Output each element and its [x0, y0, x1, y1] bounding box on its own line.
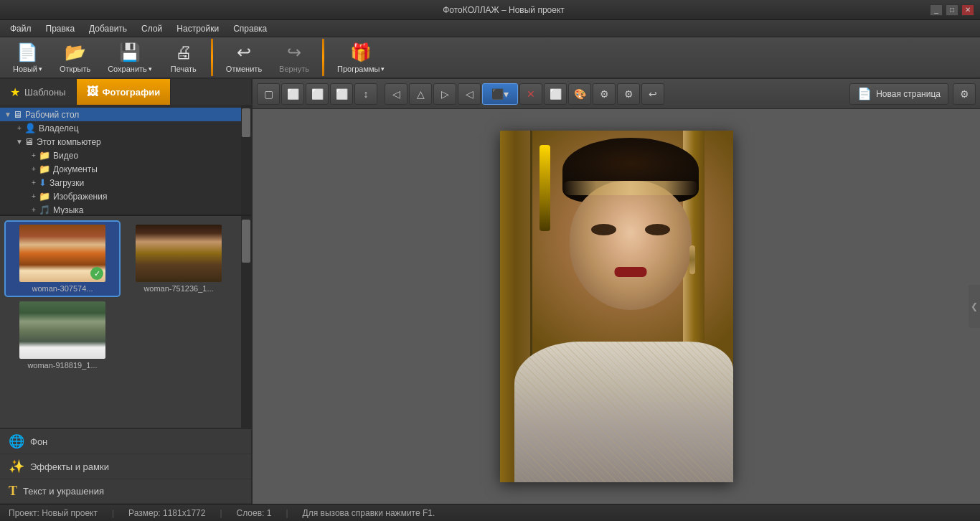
- tool-move[interactable]: ⬜: [281, 83, 304, 105]
- left-panel: ★ Шаблоны 🖼 Фотографии ▼ 🖥 Рабочий стол: [0, 79, 253, 504]
- save-button[interactable]: 💾 Сохранить ▾: [100, 39, 159, 76]
- right-eye: [645, 224, 670, 235]
- status-sep-1: |: [112, 508, 114, 518]
- tool-fit[interactable]: ⬛▾: [482, 83, 518, 105]
- photo-item-3[interactable]: woman-918819_1...: [6, 299, 119, 372]
- save-label: Сохранить: [108, 65, 147, 73]
- photos-scrolltrack: [241, 216, 251, 428]
- tool-crop[interactable]: ⬜: [306, 83, 329, 105]
- tree-item-music[interactable]: + 🎵 Музыка: [0, 203, 241, 216]
- status-bar: Проект: Новый проект | Размер: 1181x1772…: [0, 504, 980, 521]
- effects-label: Эффекты и рамки: [30, 461, 109, 472]
- tool-extra[interactable]: ↩: [641, 83, 664, 105]
- undo-label: Отменить: [226, 65, 262, 73]
- music-icon: 🎵: [39, 205, 50, 215]
- text-label: Текст и украшения: [23, 486, 104, 497]
- main-area: ★ Шаблоны 🖼 Фотографии ▼ 🖥 Рабочий стол: [0, 79, 980, 504]
- programs-button[interactable]: 🎁 Программы ▾: [330, 39, 392, 76]
- star-icon: ★: [10, 85, 20, 99]
- programs-dropdown-arrow: ▾: [381, 65, 385, 72]
- tool-flip-h[interactable]: ↕: [354, 83, 377, 105]
- menu-help[interactable]: Справка: [226, 22, 274, 35]
- tool-delete[interactable]: ✕: [519, 83, 542, 105]
- minimize-button[interactable]: _: [930, 4, 943, 16]
- tree-item-video[interactable]: + 📁 Видео: [0, 149, 241, 162]
- open-label: Открыть: [60, 65, 90, 73]
- tab-photos[interactable]: 🖼 Фотографии: [77, 79, 171, 105]
- tool-adjust[interactable]: ⚙: [593, 83, 616, 105]
- photos-scrollthumb[interactable]: [242, 220, 250, 263]
- docs-icon: 📁: [39, 164, 50, 174]
- photo-item-2[interactable]: woman-751236_1...: [122, 222, 235, 296]
- file-tree-scrolltrack: [241, 105, 251, 215]
- tree-label-owner: Владелец: [39, 123, 79, 133]
- tool-flip-v[interactable]: ◁: [458, 83, 481, 105]
- tool-align-right[interactable]: ▷: [433, 83, 456, 105]
- status-project: Проект: Новый проект: [9, 508, 98, 518]
- new-label: Новый: [13, 65, 37, 73]
- open-button[interactable]: 📂 Открыть: [52, 39, 98, 76]
- title-bar: ФотоКОЛЛАЖ – Новый проект _ □ ✕: [0, 0, 980, 20]
- toolbar-separator-2: [322, 39, 324, 76]
- menu-add[interactable]: Добавить: [82, 22, 134, 35]
- tree-item-desktop[interactable]: ▼ 🖥 Рабочий стол: [0, 108, 241, 121]
- tree-item-docs[interactable]: + 📁 Документы: [0, 162, 241, 176]
- panel-text[interactable]: T Текст и украшения: [0, 479, 251, 504]
- background-icon: 🌐: [9, 433, 24, 449]
- new-button[interactable]: 📄 Новый ▾: [6, 39, 50, 76]
- menu-layer[interactable]: Слой: [134, 22, 169, 35]
- tool-group-left: ▢ ⬜ ⬜ ⬜ ↕ ◁ △ ▷ ◁ ⬛▾ ✕ ⬜ 🎨 ⚙ ⚙ ↩: [257, 83, 664, 105]
- menu-file[interactable]: Файл: [3, 22, 39, 35]
- panel-background[interactable]: 🌐 Фон: [0, 429, 251, 454]
- new-page-button[interactable]: 📄 Новая страница: [849, 83, 948, 105]
- panel-tabs: ★ Шаблоны 🖼 Фотографии: [0, 79, 251, 105]
- tree-toggle-owner: +: [14, 124, 24, 132]
- panel-effects[interactable]: ✨ Эффекты и рамки: [0, 454, 251, 479]
- tree-item-mypc[interactable]: ▼ 🖥 Этот компьютер: [0, 135, 241, 149]
- tool-align-left[interactable]: ◁: [385, 83, 407, 105]
- undo-button[interactable]: ↩ Отменить: [219, 39, 269, 76]
- photo-tab-icon: 🖼: [87, 85, 98, 98]
- tool-select[interactable]: ▢: [257, 83, 280, 105]
- tree-label-downloads: Загрузки: [50, 178, 84, 188]
- canvas-container[interactable]: ❮: [253, 109, 980, 504]
- tab-templates[interactable]: ★ Шаблоны: [0, 79, 77, 105]
- tool-settings[interactable]: ⚙: [617, 83, 640, 105]
- status-sep-3: |: [286, 508, 288, 518]
- file-tree-scrollthumb[interactable]: [242, 108, 250, 137]
- bottom-panels: 🌐 Фон ✨ Эффекты и рамки T Текст и украше…: [0, 428, 251, 504]
- redo-button[interactable]: ↪ Вернуть: [272, 39, 316, 76]
- tool-page-settings[interactable]: ⚙: [953, 83, 976, 105]
- tree-label-mypc: Этот компьютер: [37, 137, 101, 147]
- photos-wrapper: ✓ woman-307574... woman-751236_1... woma…: [0, 216, 251, 428]
- photo-label-3: woman-918819_1...: [27, 361, 97, 370]
- photo-thumb-1: ✓: [19, 225, 105, 282]
- downloads-icon: ⬇: [39, 177, 47, 188]
- photo-thumb-2: [136, 225, 222, 282]
- tree-label-images: Изображения: [53, 192, 107, 202]
- title-text: ФотоКОЛЛАЖ – Новый проект: [77, 5, 930, 15]
- maximize-button[interactable]: □: [946, 4, 958, 16]
- tree-toggle-docs: +: [29, 165, 39, 173]
- photo-item-1[interactable]: ✓ woman-307574...: [6, 222, 119, 296]
- right-panel-handle[interactable]: ❮: [969, 285, 980, 328]
- close-button[interactable]: ✕: [961, 4, 974, 16]
- tool-align-center[interactable]: △: [409, 83, 432, 105]
- status-help: Для вызова справки нажмите F1.: [303, 508, 435, 518]
- face: [570, 181, 692, 310]
- desktop-icon: 🖥: [13, 109, 22, 120]
- tool-rotate[interactable]: ⬜: [330, 83, 353, 105]
- print-button[interactable]: 🖨 Печать: [162, 39, 205, 76]
- tree-item-downloads[interactable]: + ⬇ Загрузки: [0, 176, 241, 189]
- tool-color[interactable]: 🎨: [568, 83, 591, 105]
- menu-edit[interactable]: Правка: [39, 22, 83, 35]
- tree-item-owner[interactable]: + 👤 Владелец: [0, 121, 241, 135]
- print-label: Печать: [171, 65, 197, 73]
- menu-settings[interactable]: Настройки: [169, 22, 226, 35]
- tree-item-images[interactable]: + 📁 Изображения: [0, 189, 241, 203]
- owner-icon: 👤: [24, 123, 36, 133]
- undo-icon: ↩: [237, 42, 251, 62]
- tree-toggle-desktop: ▼: [3, 111, 13, 118]
- headband: [562, 181, 699, 195]
- tool-transform[interactable]: ⬜: [544, 83, 567, 105]
